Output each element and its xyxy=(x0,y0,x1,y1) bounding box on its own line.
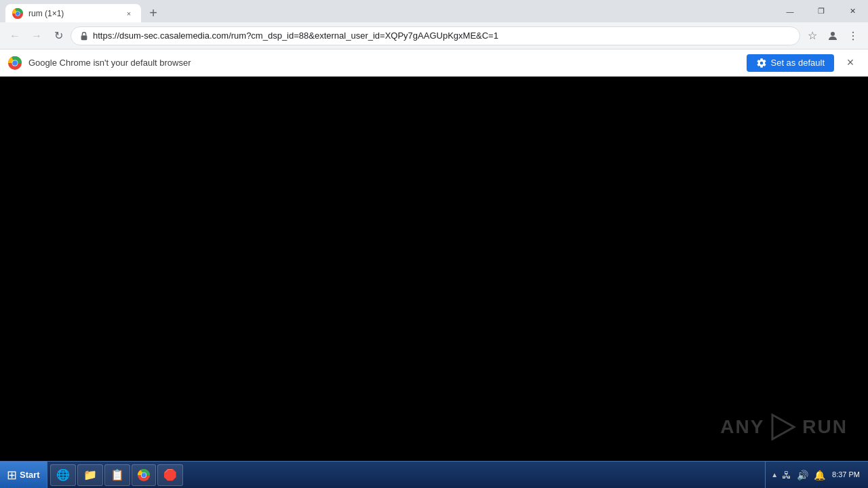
tab-favicon xyxy=(12,8,23,19)
svg-point-14 xyxy=(141,472,146,477)
clipboard-icon: 📋 xyxy=(111,468,124,481)
taskbar-item-explorer[interactable]: 📁 xyxy=(77,464,103,486)
reload-icon: ↻ xyxy=(54,29,63,42)
svg-point-4 xyxy=(831,32,835,36)
clock-time: 8:37 PM xyxy=(832,470,860,479)
info-bar: Google Chrome isn't your default browser… xyxy=(0,49,868,77)
address-text: https://dsum-sec.casalemedia.com/rum?cm_… xyxy=(93,30,791,41)
forward-icon: → xyxy=(31,30,42,42)
taskbar-item-unknown1[interactable]: 📋 xyxy=(104,464,130,486)
tab-close-button[interactable]: × xyxy=(123,8,134,19)
forward-button[interactable]: → xyxy=(27,26,46,45)
anyrun-watermark: ANY RUN xyxy=(720,413,848,441)
anyrun-text-any: ANY xyxy=(720,416,764,438)
menu-icon xyxy=(847,30,859,42)
svg-point-7 xyxy=(852,39,854,40)
info-bar-close-button[interactable]: × xyxy=(841,54,860,73)
svg-point-2 xyxy=(16,12,20,16)
menu-button[interactable] xyxy=(844,26,863,45)
profile-icon xyxy=(827,30,839,42)
browser-content: ANY RUN xyxy=(0,77,868,461)
window-controls: — ❐ ✕ xyxy=(774,0,868,22)
chrome-taskbar-icon xyxy=(138,469,150,481)
active-tab[interactable]: rum (1×1) × xyxy=(5,4,141,22)
taskbar-item-ie[interactable]: 🌐 xyxy=(50,464,76,486)
reload-button[interactable]: ↻ xyxy=(49,26,68,45)
svg-rect-3 xyxy=(81,35,87,40)
taskbar-item-chrome[interactable] xyxy=(132,464,156,486)
folder-icon: 📁 xyxy=(83,468,97,481)
close-button[interactable]: ✕ xyxy=(837,0,868,22)
windows-icon: ⊞ xyxy=(7,468,17,483)
url-display: https://dsum-sec.casalemedia.com/rum?cm_… xyxy=(93,30,498,41)
chrome-logo-icon xyxy=(8,56,22,70)
back-icon: ← xyxy=(9,30,20,42)
tray-volume-icon: 🔊 xyxy=(795,468,810,482)
start-label: Start xyxy=(20,470,40,480)
taskbar-tray: ▲ 🖧 🔊 🔔 8:37 PM xyxy=(765,462,868,488)
settings-icon xyxy=(756,58,767,68)
anyrun-text-run: RUN xyxy=(802,416,848,438)
tab-title: rum (1×1) xyxy=(28,9,118,18)
stop-icon: 🛑 xyxy=(163,468,177,481)
set-default-button[interactable]: Set as default xyxy=(747,54,835,72)
profile-button[interactable] xyxy=(823,26,842,45)
ie-icon: 🌐 xyxy=(56,468,70,481)
address-bar[interactable]: https://dsum-sec.casalemedia.com/rum?cm_… xyxy=(71,26,800,45)
maximize-button[interactable]: ❐ xyxy=(806,0,837,22)
tray-network-icon: 🖧 xyxy=(781,468,793,482)
title-bar: rum (1×1) × + — ❐ ✕ xyxy=(0,0,868,22)
back-button[interactable]: ← xyxy=(5,26,24,45)
taskbar: ⊞ Start 🌐 📁 📋 🛑 ▲ 🖧 🔊 🔔 xyxy=(0,461,868,488)
system-clock[interactable]: 8:37 PM xyxy=(829,470,863,479)
set-default-label: Set as default xyxy=(771,58,825,68)
toolbar-right: ☆ xyxy=(803,26,863,45)
svg-point-6 xyxy=(852,35,854,36)
svg-point-5 xyxy=(852,31,854,33)
tray-notification-icon: 🔔 xyxy=(812,468,827,482)
svg-point-10 xyxy=(12,60,18,66)
info-bar-message: Google Chrome isn't your default browser xyxy=(28,58,740,68)
start-button[interactable]: ⊞ Start xyxy=(0,462,47,488)
lock-icon xyxy=(79,31,89,41)
svg-marker-11 xyxy=(772,415,794,439)
new-tab-button[interactable]: + xyxy=(144,4,163,23)
taskbar-items: 🌐 📁 📋 🛑 xyxy=(47,462,766,488)
bookmark-button[interactable]: ☆ xyxy=(803,26,822,45)
minimize-button[interactable]: — xyxy=(774,0,806,22)
anyrun-logo-icon xyxy=(770,413,797,441)
tray-expand-icon[interactable]: ▲ xyxy=(771,471,778,479)
toolbar: ← → ↻ https://dsum-sec.casalemedia.com/r… xyxy=(0,22,868,49)
taskbar-item-unknown2[interactable]: 🛑 xyxy=(157,464,183,486)
